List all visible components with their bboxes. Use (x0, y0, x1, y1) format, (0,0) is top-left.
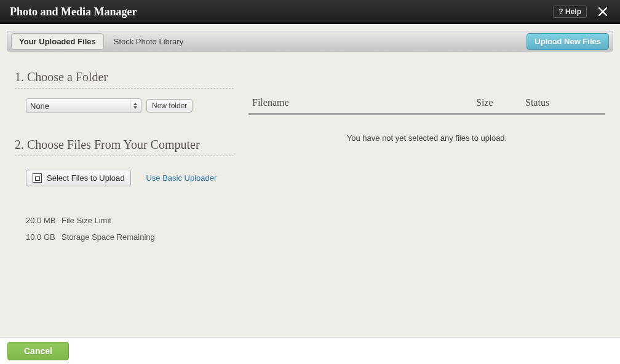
file-size-limit-label: File Size Limit (62, 216, 111, 225)
save-disk-icon (33, 173, 42, 183)
cancel-button[interactable]: Cancel (7, 342, 69, 360)
new-folder-button[interactable]: New folder (146, 99, 193, 113)
file-size-limit-value: 20.0 MB (26, 216, 62, 225)
folder-select-value: None (30, 101, 49, 111)
upload-table-header: Filename Size Status (248, 97, 605, 115)
folder-select[interactable]: None (26, 98, 141, 113)
close-icon[interactable] (595, 7, 610, 17)
dialog-header: Photo and Media Manager ? Help (0, 0, 620, 24)
select-stepper-icon (130, 100, 138, 111)
storage-remaining-value: 10.0 GB (26, 232, 62, 242)
storage-remaining-label: Storage Space Remaining (62, 232, 155, 242)
tab-uploaded-files[interactable]: Your Uploaded Files (11, 33, 104, 50)
empty-upload-message: You have not yet selected any files to u… (248, 133, 605, 143)
use-basic-uploader-link[interactable]: Use Basic Uploader (146, 173, 217, 183)
toolbar: Your Uploaded Files Stock Photo Library … (7, 31, 613, 52)
tab-stock-library[interactable]: Stock Photo Library (106, 33, 191, 50)
section-choose-folder-title: 1. Choose a Folder (15, 70, 234, 89)
column-status: Status (525, 97, 605, 108)
limits-info: 20.0 MB File Size Limit 10.0 GB Storage … (15, 216, 234, 242)
column-size: Size (476, 97, 525, 108)
help-button[interactable]: ? Help (553, 6, 587, 18)
footer-bar: Cancel (0, 338, 620, 364)
select-files-label: Select Files to Upload (47, 173, 124, 183)
column-filename: Filename (252, 97, 476, 108)
upload-new-files-button[interactable]: Upload New Files (527, 33, 609, 50)
select-files-button[interactable]: Select Files to Upload (26, 170, 131, 186)
section-choose-files-title: 2. Choose Files From Your Computer (15, 138, 234, 156)
dialog-title: Photo and Media Manager (10, 6, 553, 18)
